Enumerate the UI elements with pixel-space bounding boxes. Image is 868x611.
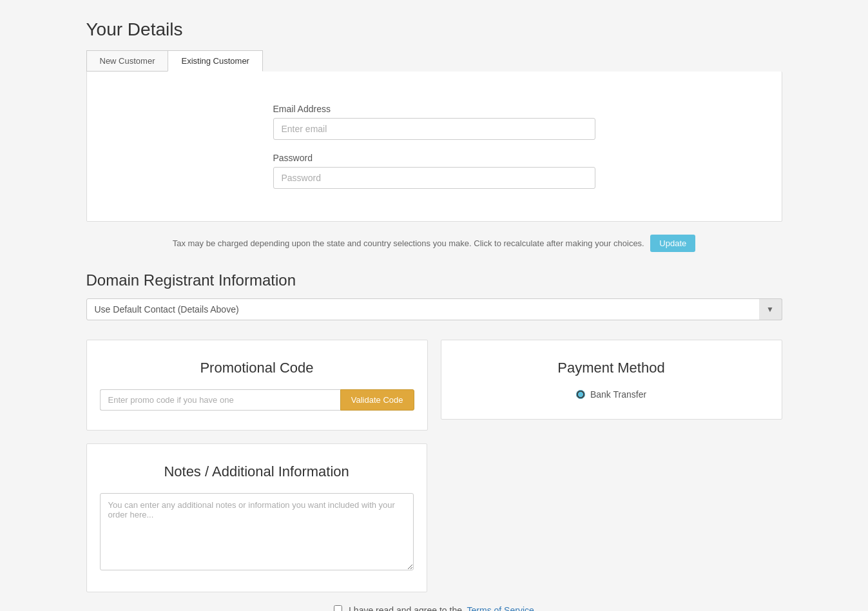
terms-row: I have read and agree to the Terms of Se… [86,605,782,611]
notes-col: Notes / Additional Information [86,443,427,592]
payment-col: Payment Method Bank Transfer [441,340,782,431]
customer-form-card: Email Address Password [86,72,782,222]
domain-contact-select-wrapper: Use Default Contact (Details Above) ▼ [86,298,782,320]
payment-title: Payment Method [454,360,769,376]
email-label: Email Address [273,104,595,114]
email-input[interactable] [273,118,595,140]
notes-textarea[interactable] [100,493,414,570]
update-button[interactable]: Update [650,235,695,252]
bank-transfer-label: Bank Transfer [590,389,646,400]
notes-card: Notes / Additional Information [86,443,427,592]
bank-transfer-radio[interactable] [576,390,585,399]
promo-card: Promotional Code Validate Code [86,340,428,431]
customer-tabs: New Customer Existing Customer [86,50,782,72]
validate-code-button[interactable]: Validate Code [340,389,414,411]
promo-code-input[interactable] [100,389,340,411]
notes-title: Notes / Additional Information [100,463,414,480]
promo-input-row: Validate Code [100,389,414,411]
terms-prefix: I have read and agree to the [349,605,462,611]
domain-contact-select[interactable]: Use Default Contact (Details Above) [86,298,782,320]
tax-notice: Tax may be charged depending upon the st… [86,235,782,252]
payment-card: Payment Method Bank Transfer [441,340,782,420]
terms-checkbox[interactable] [334,605,342,611]
tab-existing-customer[interactable]: Existing Customer [168,50,262,72]
email-field-group: Email Address [273,104,595,140]
promo-title: Promotional Code [100,360,414,376]
domain-section-title: Domain Registrant Information [86,271,782,289]
promo-col: Promotional Code Validate Code [86,340,428,431]
password-label: Password [273,153,595,163]
page-title: Your Details [86,19,782,40]
two-col-section: Promotional Code Validate Code Payment M… [86,340,782,431]
form-center: Email Address Password [273,104,595,189]
payment-option-bank-transfer: Bank Transfer [454,389,769,400]
tab-new-customer[interactable]: New Customer [86,50,168,72]
password-input[interactable] [273,167,595,189]
terms-link[interactable]: Terms of Service [467,605,534,611]
password-field-group: Password [273,153,595,189]
